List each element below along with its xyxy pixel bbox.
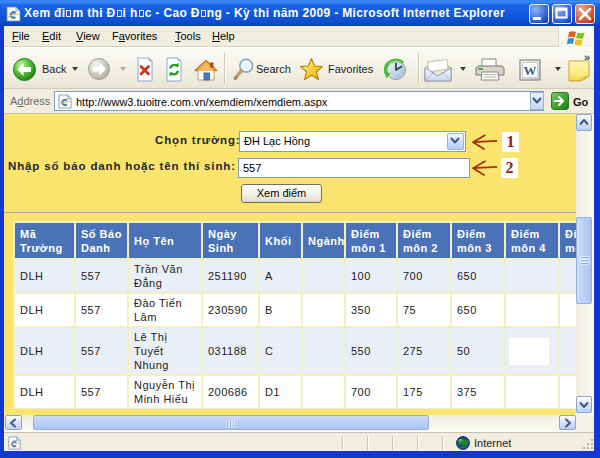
svg-text:W: W: [524, 63, 537, 78]
